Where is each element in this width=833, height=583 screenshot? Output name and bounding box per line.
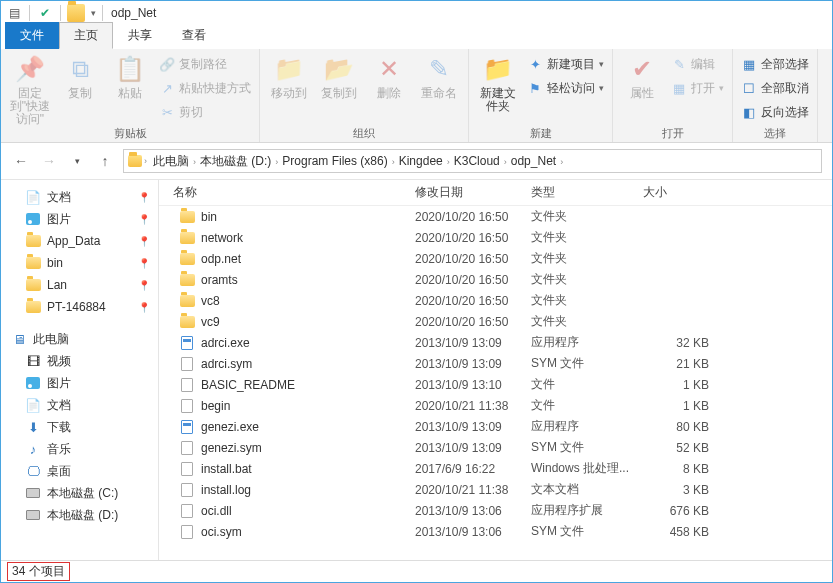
address-bar[interactable]: › 此电脑›本地磁盘 (D:)›Program Files (x86)›King… [123, 149, 822, 173]
edit-button[interactable]: ✎编辑 [669, 53, 726, 75]
col-type[interactable]: 类型 [531, 184, 643, 201]
file-name: install.log [201, 483, 251, 497]
crumb[interactable]: odp_Net [507, 154, 560, 168]
back-button[interactable]: ← [11, 151, 31, 171]
nav-item[interactable]: 🎞视频 [1, 350, 158, 372]
up-button[interactable]: ↑ [95, 151, 115, 171]
open-button[interactable]: ▦打开 [669, 77, 726, 99]
selectall-button[interactable]: ▦全部选择 [739, 53, 811, 75]
nav-item[interactable]: ♪音乐 [1, 438, 158, 460]
nav-item[interactable]: 本地磁盘 (D:) [1, 504, 158, 526]
table-row[interactable]: BASIC_README2013/10/9 13:10文件1 KB [159, 374, 832, 395]
nav-thispc[interactable]: 🖥此电脑 [1, 328, 158, 350]
nav-item[interactable]: Lan📍 [1, 274, 158, 296]
delete-button[interactable]: ✕删除 [366, 51, 412, 100]
table-row[interactable]: oci.dll2013/10/9 13:06应用程序扩展676 KB [159, 500, 832, 521]
tab-share[interactable]: 共享 [113, 22, 167, 49]
file-icon [179, 524, 195, 540]
nav-item[interactable]: 📄文档📍 [1, 186, 158, 208]
group-new: 📁新建文件夹 ✦新建项目 ⚑轻松访问 新建 [469, 49, 613, 142]
table-row[interactable]: bin2020/10/20 16:50文件夹 [159, 206, 832, 227]
table-row[interactable]: network2020/10/20 16:50文件夹 [159, 227, 832, 248]
crumb[interactable]: 本地磁盘 (D:) [196, 154, 275, 168]
table-row[interactable]: install.bat2017/6/9 16:22Windows 批处理...8… [159, 458, 832, 479]
newitem-button[interactable]: ✦新建项目 [525, 53, 606, 75]
path-icon: 🔗 [159, 56, 175, 72]
table-row[interactable]: genezi.sym2013/10/9 13:09SYM 文件52 KB [159, 437, 832, 458]
tab-home[interactable]: 主页 [59, 22, 113, 49]
table-row[interactable]: install.log2020/10/21 11:38文本文档3 KB [159, 479, 832, 500]
selectnone-button[interactable]: ☐全部取消 [739, 77, 811, 99]
folder-icon [25, 299, 41, 315]
nav-item[interactable]: bin📍 [1, 252, 158, 274]
qat-props-icon[interactable]: ▤ [5, 4, 23, 22]
pin-icon: 📍 [138, 280, 150, 291]
crumb[interactable]: Kingdee [395, 154, 447, 168]
chevron-right-icon[interactable]: › [144, 156, 147, 166]
cell-name: install.bat [159, 461, 415, 477]
nav-label: 本地磁盘 (C:) [47, 485, 118, 502]
cell-date: 2013/10/9 13:06 [415, 504, 531, 518]
properties-button[interactable]: ✔属性 [619, 51, 665, 100]
nav-item[interactable]: App_Data📍 [1, 230, 158, 252]
easyaccess-button[interactable]: ⚑轻松访问 [525, 77, 606, 99]
table-row[interactable]: adrci.exe2013/10/9 13:09应用程序32 KB [159, 332, 832, 353]
nav-pane[interactable]: 📄文档📍图片📍App_Data📍bin📍Lan📍PT-146884📍🖥此电脑🎞视… [1, 180, 159, 560]
status-bar: 34 个项目 [1, 560, 832, 582]
nav-item[interactable]: ⬇下载 [1, 416, 158, 438]
nav-item[interactable]: PT-146884📍 [1, 296, 158, 318]
cut-button[interactable]: ✂剪切 [157, 101, 253, 123]
cell-size: 21 KB [643, 357, 723, 371]
nav-item[interactable]: 🖵桌面 [1, 460, 158, 482]
paste-button[interactable]: 📋粘贴 [107, 51, 153, 100]
col-size[interactable]: 大小 [643, 184, 723, 201]
nav-label: 文档 [47, 397, 71, 414]
column-headers[interactable]: 名称 修改日期 类型 大小 [159, 180, 832, 206]
pin-button[interactable]: 📌固定到"快速访问" [7, 51, 53, 126]
selectinv-button[interactable]: ◧反向选择 [739, 101, 811, 123]
crumb[interactable]: 此电脑 [149, 154, 193, 168]
qat-check-icon[interactable]: ✔ [36, 4, 54, 22]
folder-icon [67, 4, 85, 22]
document-icon: 📄 [25, 397, 41, 413]
newfolder-button[interactable]: 📁新建文件夹 [475, 51, 521, 113]
selectall-icon: ▦ [741, 56, 757, 72]
table-row[interactable]: begin2020/10/21 11:38文件1 KB [159, 395, 832, 416]
picture-icon [25, 211, 41, 227]
nav-item[interactable]: 本地磁盘 (C:) [1, 482, 158, 504]
copypath-button[interactable]: 🔗复制路径 [157, 53, 253, 75]
tab-file[interactable]: 文件 [5, 22, 59, 49]
rename-button[interactable]: ✎重命名 [416, 51, 462, 100]
nav-item[interactable]: 图片📍 [1, 208, 158, 230]
copy-button[interactable]: ⧉复制 [57, 51, 103, 100]
pin-icon: 📍 [138, 236, 150, 247]
col-date[interactable]: 修改日期 [415, 184, 531, 201]
table-row[interactable]: vc92020/10/20 16:50文件夹 [159, 311, 832, 332]
nav-item[interactable]: 图片 [1, 372, 158, 394]
table-row[interactable]: oci.sym2013/10/9 13:06SYM 文件458 KB [159, 521, 832, 542]
forward-button[interactable]: → [39, 151, 59, 171]
pin-icon: 📌 [14, 53, 46, 85]
nav-item[interactable]: 📄文档 [1, 394, 158, 416]
moveto-button[interactable]: 📁移动到 [266, 51, 312, 100]
cell-type: SYM 文件 [531, 439, 643, 456]
chevron-right-icon[interactable]: › [560, 157, 563, 167]
file-name: oramts [201, 273, 238, 287]
pastelnk-button[interactable]: ↗粘贴快捷方式 [157, 77, 253, 99]
qat-dropdown-icon[interactable]: ▾ [91, 8, 96, 18]
tab-view[interactable]: 查看 [167, 22, 221, 49]
cell-size: 80 KB [643, 420, 723, 434]
group-clipboard-label: 剪贴板 [7, 126, 253, 141]
table-row[interactable]: genezi.exe2013/10/9 13:09应用程序80 KB [159, 416, 832, 437]
crumb[interactable]: Program Files (x86) [278, 154, 391, 168]
copyto-button[interactable]: 📂复制到 [316, 51, 362, 100]
table-row[interactable]: oramts2020/10/20 16:50文件夹 [159, 269, 832, 290]
table-row[interactable]: vc82020/10/20 16:50文件夹 [159, 290, 832, 311]
crumb[interactable]: K3Cloud [450, 154, 504, 168]
cell-name: genezi.exe [159, 419, 415, 435]
table-row[interactable]: odp.net2020/10/20 16:50文件夹 [159, 248, 832, 269]
recent-dropdown[interactable]: ▾ [67, 151, 87, 171]
folder-icon [179, 230, 195, 246]
table-row[interactable]: adrci.sym2013/10/9 13:09SYM 文件21 KB [159, 353, 832, 374]
col-name[interactable]: 名称 [159, 184, 415, 201]
